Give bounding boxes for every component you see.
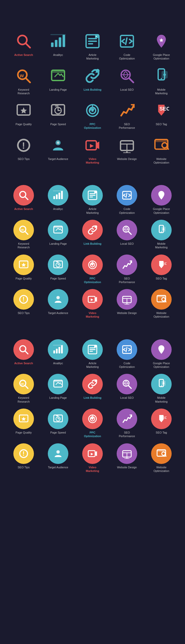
icon-item: PPC Optimization bbox=[77, 409, 108, 438]
pagespeed-label: Page Speed bbox=[50, 122, 66, 126]
svg-rect-61 bbox=[53, 191, 63, 191]
icon-item: ! SEO Tips bbox=[8, 443, 40, 473]
place-icon-wrapper bbox=[151, 185, 172, 206]
keyword-icon-wrapper: w bbox=[13, 66, 34, 86]
video-label: Video Marketing bbox=[82, 311, 103, 319]
svg-text:SEO: SEO bbox=[160, 106, 169, 112]
webopt-icon-wrapper bbox=[151, 135, 172, 156]
icon-item: Code Optimization bbox=[111, 339, 143, 369]
svg-point-43 bbox=[57, 141, 59, 144]
keyword-label: Keyword Research bbox=[13, 88, 34, 95]
webopt-label: Website Optimization bbox=[151, 465, 172, 473]
svg-marker-100 bbox=[91, 299, 93, 301]
svg-marker-141 bbox=[22, 417, 26, 421]
pagespeed-icon-wrapper bbox=[48, 100, 68, 121]
search-label: Active Search bbox=[14, 207, 33, 211]
target-label: Target Audience bbox=[48, 157, 68, 161]
pagequality-icon-wrapper bbox=[13, 255, 34, 275]
svg-rect-130 bbox=[54, 380, 62, 382]
target-icon-wrapper bbox=[48, 443, 68, 464]
icon-item: * Article Marketing bbox=[77, 339, 108, 369]
analytics-label: Analityc bbox=[53, 207, 63, 211]
svg-point-139 bbox=[163, 383, 164, 384]
mobile-label: Mobile Marketing bbox=[151, 88, 172, 95]
svg-text:SEO: SEO bbox=[160, 262, 166, 266]
website-label: Website Design bbox=[117, 311, 137, 315]
svg-point-29 bbox=[163, 73, 166, 76]
seotag-label: SEO Tag bbox=[156, 122, 167, 126]
code-label: Code Optimization bbox=[117, 207, 137, 215]
icon-item: Video Marketing bbox=[77, 289, 108, 319]
video-icon-wrapper bbox=[82, 135, 103, 156]
article-icon-wrapper: * bbox=[82, 339, 103, 360]
landing-label: Landing Page bbox=[49, 242, 67, 245]
icon-item: Link Building bbox=[77, 66, 108, 95]
svg-marker-155 bbox=[91, 453, 93, 455]
icon-item: Active Search bbox=[8, 185, 40, 215]
website-icon-wrapper bbox=[117, 443, 137, 464]
svg-rect-120 bbox=[89, 351, 93, 352]
svg-point-98 bbox=[57, 297, 59, 299]
svg-point-82 bbox=[161, 231, 162, 232]
local-icon-wrapper bbox=[117, 374, 137, 394]
seotips-label: SEO Tips bbox=[18, 157, 30, 161]
icon-item: Analityc bbox=[42, 185, 74, 215]
icon-item: SEO SEO Tag bbox=[145, 255, 177, 284]
mobile-icon-wrapper bbox=[151, 66, 172, 86]
target-icon-wrapper bbox=[48, 135, 68, 156]
keyword-icon-wrapper: w bbox=[13, 374, 34, 394]
icon-item: Target Audience bbox=[42, 135, 74, 165]
svg-rect-116 bbox=[53, 345, 63, 345]
local-label: Local SEO bbox=[120, 242, 134, 245]
pagequality-icon-wrapper bbox=[13, 409, 34, 429]
svg-rect-6 bbox=[50, 34, 66, 35]
icon-grid: Active Search Analityc * Article Marketi… bbox=[8, 337, 177, 475]
pagequality-label: Page Quality bbox=[16, 431, 32, 434]
link-label: Link Building bbox=[84, 396, 101, 400]
icon-item: w Keyword Research bbox=[8, 66, 40, 95]
icon-item: Mobile Marketing bbox=[145, 66, 177, 95]
code-icon-wrapper bbox=[117, 339, 137, 360]
keyword-icon-wrapper: w bbox=[13, 220, 34, 240]
icon-item: Website Design bbox=[111, 135, 143, 165]
icon-grid: Active Search Analityc * Article Marketi… bbox=[8, 28, 177, 167]
svg-rect-112 bbox=[53, 350, 55, 353]
icon-item: Website Optimization bbox=[145, 135, 177, 165]
video-icon-wrapper bbox=[82, 289, 103, 310]
seotips-icon-wrapper: ! bbox=[13, 443, 34, 464]
mobile-icon-wrapper bbox=[151, 220, 172, 240]
svg-marker-86 bbox=[22, 262, 26, 267]
code-icon-wrapper bbox=[117, 185, 137, 206]
seoperf-icon-wrapper bbox=[117, 409, 137, 429]
pagespeed-icon-wrapper bbox=[48, 255, 68, 275]
icon-item: Local SEO bbox=[111, 374, 143, 403]
keyword-label: Keyword Research bbox=[13, 396, 34, 403]
analytics-label: Analityc bbox=[53, 53, 63, 57]
landing-icon-wrapper bbox=[48, 66, 68, 86]
place-label: Google Place Optimization bbox=[151, 361, 172, 369]
search-icon-wrapper bbox=[13, 31, 34, 52]
svg-rect-64 bbox=[89, 195, 95, 196]
svg-text:w: w bbox=[21, 382, 24, 386]
svg-line-127 bbox=[25, 386, 28, 388]
icon-item: Target Audience bbox=[42, 289, 74, 319]
website-label: Website Design bbox=[117, 465, 137, 469]
analytics-icon-wrapper bbox=[48, 31, 68, 52]
svg-line-134 bbox=[128, 386, 131, 388]
icon-item: PPC Optimization bbox=[77, 100, 108, 130]
icon-item: Page Speed bbox=[42, 409, 74, 438]
icon-item: Google Place Optimization bbox=[145, 339, 177, 369]
svg-text:!: ! bbox=[23, 296, 25, 303]
pagequality-icon-wrapper bbox=[13, 100, 34, 121]
mobile-label: Mobile Marketing bbox=[151, 396, 172, 403]
icon-item: Video Marketing bbox=[77, 135, 108, 165]
svg-text:SEO: SEO bbox=[160, 416, 166, 420]
search-label: Active Search bbox=[14, 361, 33, 365]
seotips-icon-wrapper: ! bbox=[13, 289, 34, 310]
seoperf-label: SEO Performance bbox=[117, 277, 137, 284]
website-label: Website Design bbox=[117, 157, 137, 161]
ppc-label: PPC Optimization bbox=[82, 277, 103, 284]
svg-line-24 bbox=[129, 78, 133, 82]
svg-rect-114 bbox=[59, 347, 60, 353]
page-header bbox=[0, 0, 185, 23]
